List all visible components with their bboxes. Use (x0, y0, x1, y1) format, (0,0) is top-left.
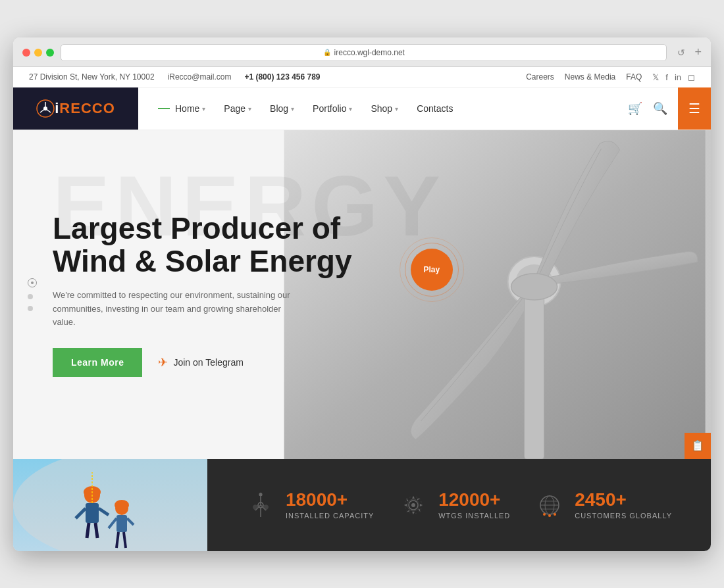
stat-info-2: 12000+ WTGS INSTALLED (438, 491, 510, 520)
address-text: 27 Division St, New York, NY 10002 (29, 72, 155, 82)
telegram-icon: ✈ (158, 355, 168, 370)
new-tab-button[interactable]: + (694, 45, 702, 59)
stat-number-2: 12000+ (438, 491, 510, 509)
svg-rect-15 (86, 503, 99, 523)
nav-contacts[interactable]: Contacts (417, 103, 453, 114)
stat-wtgs-installed: 12000+ WTGS INSTALLED (399, 491, 510, 520)
svg-point-12 (13, 459, 207, 551)
traffic-lights (22, 49, 54, 57)
reload-button[interactable]: ↺ (677, 47, 685, 58)
lock-icon: 🔒 (323, 49, 331, 56)
stat-customers-globally: 2450+ CUSTOMERS GLOBALLY (535, 491, 672, 520)
hamburger-icon: ☰ (688, 101, 700, 116)
cart-icon[interactable]: 🛒 (628, 101, 642, 116)
info-bar: 27 Division St, New York, NY 10002 iRecc… (13, 67, 711, 88)
nav-page[interactable]: Page ▾ (224, 103, 251, 114)
stat-info-3: 2450+ CUSTOMERS GLOBALLY (575, 491, 672, 520)
stat-label-1: INSTALLED CAPACITY (286, 512, 374, 520)
svg-line-3 (45, 109, 51, 112)
instagram-icon[interactable]: ◻ (688, 72, 695, 82)
faq-link[interactable]: FAQ (626, 72, 642, 82)
slider-dots (28, 278, 37, 311)
nav-links: Home ▾ Page ▾ Blog ▾ Portfolio ▾ Shop ▾ … (138, 103, 617, 114)
linkedin-icon[interactable]: in (675, 72, 681, 82)
nav-home[interactable]: Home ▾ (158, 103, 205, 114)
learn-more-button[interactable]: Learn More (53, 348, 142, 377)
email-text: iRecco@mail.com (168, 72, 232, 82)
stats-section: 18000+ INSTALLED CAPACITY (13, 459, 711, 551)
stat-info-1: 18000+ INSTALLED CAPACITY (286, 491, 374, 520)
maximize-button[interactable] (46, 49, 54, 57)
stat-number-3: 2450+ (575, 491, 672, 509)
slide-dot-1[interactable] (28, 278, 37, 287)
nav-blog[interactable]: Blog ▾ (270, 103, 294, 114)
chevron-down-icon: ▾ (202, 105, 205, 112)
svg-line-4 (40, 109, 45, 112)
slide-dot-2[interactable] (28, 294, 33, 299)
chevron-down-icon: ▾ (248, 105, 251, 112)
svg-point-22 (115, 500, 129, 510)
stats-worker-image (13, 459, 207, 551)
stats-dark: 18000+ INSTALLED CAPACITY (207, 459, 711, 551)
worker-svg (13, 459, 207, 551)
address-bar[interactable]: 🔒 irecco.wgl-demo.net (61, 44, 667, 61)
info-bar-right: Careers News & Media FAQ 𝕏 f in ◻ (526, 72, 695, 82)
nav-actions: 🛒 🔍 (617, 101, 678, 116)
slide-dot-3[interactable] (28, 306, 33, 311)
worker-figure (13, 459, 207, 551)
svg-point-10 (511, 274, 557, 300)
stat-label-3: CUSTOMERS GLOBALLY (575, 512, 672, 520)
hero-subtitle: We're committed to respecting our enviro… (53, 289, 303, 330)
chevron-down-icon: ▾ (395, 105, 398, 112)
facebook-icon[interactable]: f (665, 72, 668, 82)
logo-icon (36, 99, 55, 118)
telegram-button[interactable]: ✈ Join on Telegram (158, 355, 243, 370)
floating-icon: 📋 (691, 439, 704, 452)
url-text: irecco.wgl-demo.net (334, 48, 405, 57)
nav-portfolio[interactable]: Portfolio ▾ (313, 103, 352, 114)
search-icon[interactable]: 🔍 (653, 101, 667, 116)
browser-window: 🔒 irecco.wgl-demo.net ↺ + 27 Division St… (13, 37, 711, 551)
info-bar-left: 27 Division St, New York, NY 10002 iRecc… (29, 72, 321, 82)
navbar: iRECCO Home ▾ Page ▾ Blog ▾ Portfolio ▾ … (13, 88, 711, 130)
news-link[interactable]: News & Media (565, 72, 615, 82)
floating-action-button[interactable]: 📋 (685, 433, 711, 459)
svg-point-44 (554, 513, 556, 516)
nav-shop[interactable]: Shop ▾ (371, 103, 398, 114)
svg-point-42 (548, 514, 551, 517)
svg-line-18 (87, 523, 89, 538)
close-button[interactable] (22, 49, 30, 57)
twitter-icon[interactable]: 𝕏 (652, 72, 659, 82)
gear-icon (399, 491, 428, 520)
browser-chrome: 🔒 irecco.wgl-demo.net ↺ + (13, 37, 711, 67)
svg-line-19 (95, 523, 97, 538)
hamburger-menu-button[interactable]: ☰ (678, 87, 711, 130)
svg-rect-23 (116, 515, 127, 532)
play-button[interactable]: Play (411, 249, 453, 291)
svg-point-43 (543, 513, 546, 516)
svg-rect-9 (524, 288, 544, 459)
hero-section: ENERGY Largest Producer of Wind & Solar … (13, 130, 711, 459)
careers-link[interactable]: Careers (526, 72, 554, 82)
svg-point-34 (411, 503, 415, 507)
chevron-down-icon: ▾ (349, 105, 352, 112)
chevron-down-icon: ▾ (291, 105, 294, 112)
stat-label-2: WTGS INSTALLED (438, 512, 510, 520)
social-icons: 𝕏 f in ◻ (652, 72, 695, 82)
hero-content: Largest Producer of Wind & Solar Energy … (13, 212, 392, 378)
stat-number-1: 18000+ (286, 491, 374, 509)
logo-text: iRECCO (55, 100, 115, 117)
phone-text: +1 (800) 123 456 789 (244, 72, 320, 82)
stat-installed-capacity: 18000+ INSTALLED CAPACITY (246, 491, 374, 520)
globe-icon (535, 491, 564, 520)
wind-turbine-icon (246, 491, 275, 520)
hero-buttons: Learn More ✈ Join on Telegram (53, 348, 352, 377)
minimize-button[interactable] (34, 49, 42, 57)
hero-title: Largest Producer of Wind & Solar Energy (53, 212, 352, 278)
logo-area[interactable]: iRECCO (13, 87, 138, 130)
